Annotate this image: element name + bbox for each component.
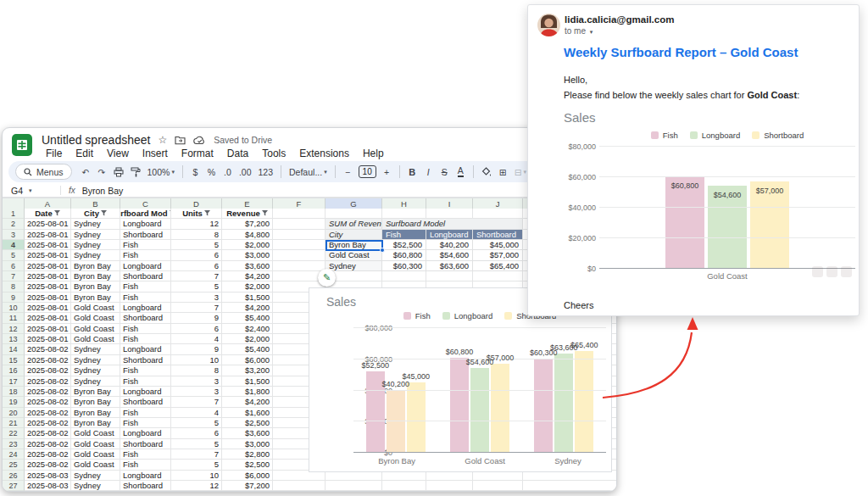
row-header-27[interactable]: 27 xyxy=(3,481,25,491)
row-header-8[interactable]: 8 xyxy=(3,281,25,292)
pivot-column-header[interactable]: Shortboard xyxy=(473,230,523,240)
data-cell[interactable]: $4,800 xyxy=(222,230,273,240)
header-cell-1[interactable]: Date xyxy=(25,209,71,219)
filter-icon[interactable] xyxy=(101,210,107,216)
data-cell[interactable]: 2025-08-02 xyxy=(25,344,71,354)
data-cell[interactable]: Sydney xyxy=(71,376,120,387)
data-cell[interactable]: 2025-08-02 xyxy=(25,408,71,418)
bar-shortboard[interactable]: $57,000 xyxy=(750,147,789,269)
sender-avatar[interactable] xyxy=(537,14,560,36)
redo-button[interactable]: ↷ xyxy=(95,164,109,180)
bar-longboard[interactable]: $54,600 xyxy=(470,328,489,453)
data-cell[interactable]: 3 xyxy=(171,387,222,397)
row-header-16[interactable]: 16 xyxy=(3,365,25,376)
sender-email[interactable]: lidia.calicia@gmail.com xyxy=(565,14,674,25)
formula-input[interactable]: Byron Bay xyxy=(82,186,123,196)
data-cell[interactable]: Longboard xyxy=(120,219,171,229)
empty-cell[interactable] xyxy=(426,209,473,219)
data-cell[interactable]: 5 xyxy=(171,281,222,292)
data-cell[interactable]: 2025-08-01 xyxy=(25,293,71,303)
font-select[interactable]: Defaul...▾ xyxy=(287,164,330,180)
data-cell[interactable]: Byron Bay xyxy=(71,261,120,271)
paint-format-button[interactable] xyxy=(128,164,143,180)
filter-icon[interactable] xyxy=(54,210,60,216)
data-cell[interactable]: 2025-08-01 xyxy=(25,250,71,260)
row-header-10[interactable]: 10 xyxy=(3,303,25,313)
empty-cell[interactable] xyxy=(273,240,326,250)
row-header-14[interactable]: 14 xyxy=(3,344,25,354)
header-cell-3[interactable]: urfboard Mod xyxy=(120,209,171,219)
row-header-18[interactable]: 18 xyxy=(3,387,25,397)
pivot-value-cell[interactable]: $45,000 xyxy=(473,240,523,250)
data-cell[interactable]: Fish xyxy=(120,334,171,344)
data-cell[interactable]: 6 xyxy=(171,261,222,271)
data-cell[interactable]: Shortboard xyxy=(120,397,171,407)
bold-button[interactable]: B xyxy=(405,164,420,180)
empty-cell[interactable] xyxy=(382,481,426,491)
data-cell[interactable]: Fish xyxy=(120,449,171,460)
row-header-5[interactable]: 5 xyxy=(3,250,25,260)
bar-longboard[interactable]: $54,600 xyxy=(708,147,747,269)
data-cell[interactable]: 2025-08-02 xyxy=(25,428,71,438)
data-cell[interactable]: 6 xyxy=(171,428,222,438)
data-cell[interactable]: 2025-08-01 xyxy=(25,219,71,229)
data-cell[interactable]: Sydney xyxy=(71,365,120,376)
borders-button[interactable]: ⊞ xyxy=(496,164,510,180)
pivot-value-cell[interactable]: $54,600 xyxy=(426,250,473,260)
data-cell[interactable]: $3,200 xyxy=(222,365,273,376)
data-cell[interactable]: Longboard xyxy=(120,387,171,397)
data-cell[interactable]: 8 xyxy=(171,365,222,376)
data-cell[interactable]: Sydney xyxy=(71,250,120,260)
bar-fish[interactable]: $60,800 xyxy=(665,147,704,269)
data-cell[interactable]: 2025-08-02 xyxy=(25,460,71,470)
data-cell[interactable]: Shortboard xyxy=(120,313,171,323)
row-header-1[interactable]: 1 xyxy=(3,209,25,219)
format-percent-button[interactable]: % xyxy=(204,164,219,180)
name-box[interactable]: G4▾ xyxy=(3,186,52,196)
data-cell[interactable]: Fish xyxy=(120,281,171,292)
menu-help[interactable]: Help xyxy=(356,148,391,159)
data-cell[interactable]: 6 xyxy=(171,250,222,260)
move-to-folder-icon[interactable] xyxy=(175,136,186,145)
pivot-value-cell[interactable]: $65,400 xyxy=(473,261,523,271)
text-color-button[interactable]: A xyxy=(453,164,468,180)
data-cell[interactable]: $4,200 xyxy=(222,271,273,281)
data-cell[interactable]: Shortboard xyxy=(120,355,171,365)
data-cell[interactable]: 5 xyxy=(171,418,222,428)
more-formats-button[interactable]: 123 xyxy=(256,164,276,180)
menu-format[interactable]: Format xyxy=(175,148,220,159)
data-cell[interactable]: Fish xyxy=(120,240,171,250)
data-cell[interactable]: $2,500 xyxy=(222,418,273,428)
row-header-15[interactable]: 15 xyxy=(3,355,25,365)
zoom-select[interactable]: 100%▾ xyxy=(145,164,177,180)
edit-pivot-button[interactable]: ✎ xyxy=(318,269,336,287)
row-header-13[interactable]: 13 xyxy=(3,334,25,344)
data-cell[interactable]: Shortboard xyxy=(120,481,171,491)
pivot-column-header[interactable]: Fish xyxy=(382,230,426,240)
bar-shortboard[interactable]: $65,400 xyxy=(575,328,593,453)
data-cell[interactable]: 7 xyxy=(171,449,222,460)
pivot-value-cell[interactable]: $52,500 xyxy=(382,240,426,250)
data-cell[interactable]: $2,800 xyxy=(222,449,273,460)
data-cell[interactable]: 2025-08-02 xyxy=(25,355,71,365)
menu-extensions[interactable]: Extensions xyxy=(292,148,356,159)
data-cell[interactable]: $1,600 xyxy=(222,408,273,418)
menu-data[interactable]: Data xyxy=(220,148,255,159)
pivot-col-group-label[interactable]: Surfboard Model xyxy=(382,219,523,229)
data-cell[interactable]: 2025-08-02 xyxy=(25,365,71,376)
row-header-20[interactable]: 20 xyxy=(3,408,25,418)
font-size-field[interactable]: 10 xyxy=(359,165,376,178)
bar-longboard[interactable]: $40,200 xyxy=(387,328,405,453)
data-cell[interactable]: 7 xyxy=(171,271,222,281)
data-cell[interactable]: 8 xyxy=(171,230,222,240)
data-cell[interactable]: $5,400 xyxy=(222,344,273,354)
pivot-corner-label[interactable]: SUM of Revenue xyxy=(326,219,382,229)
data-cell[interactable]: Fish xyxy=(120,418,171,428)
data-cell[interactable]: Sydney xyxy=(71,481,120,491)
empty-cell[interactable] xyxy=(426,271,473,281)
data-cell[interactable]: $1,500 xyxy=(222,376,273,387)
star-icon[interactable]: ☆ xyxy=(158,135,167,145)
data-cell[interactable]: $2,400 xyxy=(222,324,273,334)
row-header-23[interactable]: 23 xyxy=(3,439,25,449)
data-cell[interactable]: $2,000 xyxy=(222,334,273,344)
